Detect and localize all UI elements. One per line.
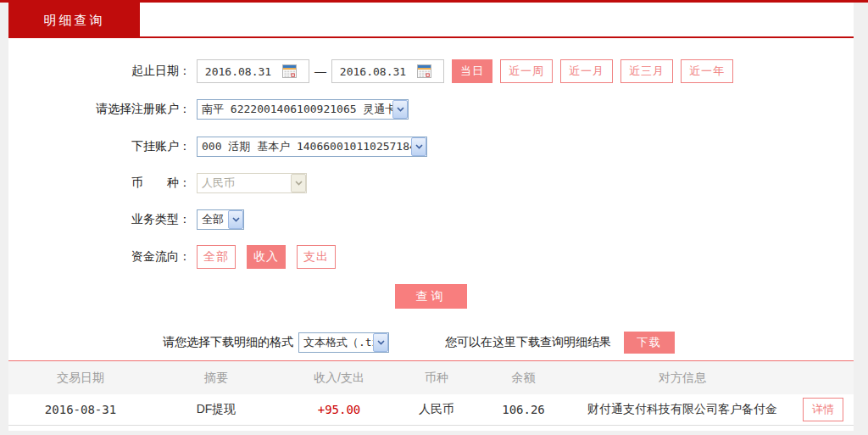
header-trade-date: 交易日期	[8, 371, 153, 386]
currency-select-disabled: 人民币	[197, 173, 307, 193]
quick-range-week-button[interactable]: 近一周	[500, 59, 553, 83]
currency-value: 人民币	[198, 176, 291, 191]
end-date-box	[331, 59, 444, 83]
end-date-input[interactable]	[332, 65, 414, 78]
cell-counterparty: 财付通支付科技有限公司客户备付金	[572, 402, 793, 417]
download-format-select[interactable]: 文本格式（.txt）	[298, 332, 389, 353]
fund-flow-expense-button[interactable]: 支出	[297, 245, 336, 269]
registered-account-value: 南平 6222001406100921065 灵通卡	[198, 102, 392, 117]
cell-currency: 人民币	[398, 402, 475, 417]
download-button[interactable]: 下载	[624, 332, 675, 354]
header-income-expense: 收入/支出	[280, 371, 398, 386]
header-counterparty: 对方信息	[572, 371, 793, 386]
chevron-down-icon	[373, 333, 388, 352]
cell-trade-date: 2016-08-31	[8, 403, 153, 416]
sub-account-value: 000 活期 基本户 1406600101102571848	[198, 139, 411, 154]
query-row: 查询	[8, 284, 854, 309]
calendar-icon[interactable]	[279, 62, 299, 81]
sub-account-row: 下挂账户： 000 活期 基本户 1406600101102571848	[8, 137, 854, 157]
date-range-label: 起止日期：	[8, 64, 191, 79]
chevron-down-icon	[411, 137, 426, 156]
sub-account-select[interactable]: 000 活期 基本户 1406600101102571848	[197, 137, 427, 157]
business-type-row: 业务类型： 全部	[8, 209, 854, 230]
download-row: 请您选择下载明细的格式 文本格式（.txt） 您可以在这里下载查询明细结果 下载	[8, 332, 854, 354]
header-currency: 币种	[398, 371, 475, 386]
quick-range-today-button[interactable]: 当日	[452, 59, 492, 83]
quick-range-year-button[interactable]: 近一年	[681, 59, 733, 83]
cell-balance: 106.26	[475, 403, 572, 416]
download-format-label: 请您选择下载明细的格式	[163, 335, 293, 350]
tab-bar: 明细查询	[8, 3, 854, 38]
business-type-select[interactable]: 全部	[197, 209, 244, 230]
table-row: 2016-08-31 DF提现 +95.00 人民币 106.26 财付通支付科…	[8, 394, 854, 426]
registered-account-select[interactable]: 南平 6222001406100921065 灵通卡	[197, 99, 409, 120]
start-date-box	[197, 59, 309, 83]
fund-flow-all-button[interactable]: 全部	[197, 245, 236, 269]
fund-flow-row: 资金流向： 全部 收入 支出	[8, 245, 854, 269]
calendar-icon[interactable]	[414, 62, 434, 81]
download-format-value: 文本格式（.txt）	[299, 335, 373, 350]
business-type-value: 全部	[198, 212, 228, 227]
header-balance: 余额	[475, 371, 572, 386]
cell-summary: DF提现	[153, 402, 280, 417]
query-button[interactable]: 查询	[395, 284, 467, 309]
fund-flow-income-button[interactable]: 收入	[247, 245, 286, 269]
cell-amount: +95.00	[280, 403, 398, 416]
date-range-separator: —	[314, 64, 326, 78]
download-hint-text: 您可以在这里下载查询明细结果	[445, 335, 611, 350]
sub-account-label: 下挂账户：	[8, 139, 191, 154]
fund-flow-label: 资金流向：	[8, 249, 191, 265]
registered-account-row: 请选择注册账户： 南平 6222001406100921065 灵通卡	[8, 99, 854, 120]
currency-label: 币 种：	[8, 176, 191, 191]
header-summary: 摘要	[153, 371, 280, 386]
start-date-input[interactable]	[198, 65, 279, 78]
content-panel: 明细查询 起止日期： —	[8, 3, 854, 431]
registered-account-label: 请选择注册账户：	[8, 102, 191, 117]
detail-button[interactable]: 详情	[803, 398, 843, 421]
table-header-row: 交易日期 摘要 收入/支出 币种 余额 对方信息	[8, 361, 854, 394]
quick-range-3months-button[interactable]: 近三月	[620, 59, 673, 83]
date-range-row: 起止日期： —	[8, 59, 854, 83]
currency-row: 币 种： 人民币	[8, 173, 854, 193]
chevron-down-icon	[228, 210, 243, 229]
tab-detail-query[interactable]: 明细查询	[8, 3, 140, 38]
chevron-down-icon	[291, 174, 306, 192]
quick-range-month-button[interactable]: 近一月	[560, 59, 613, 83]
chevron-down-icon	[392, 100, 408, 119]
business-type-label: 业务类型：	[8, 212, 191, 227]
